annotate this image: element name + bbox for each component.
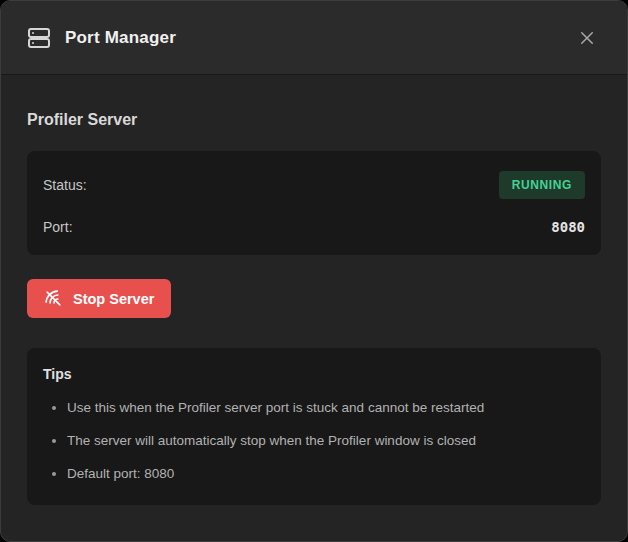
tip-item: The server will automatically stop when …: [67, 431, 585, 450]
titlebar: Port Manager: [1, 1, 627, 75]
stop-server-button[interactable]: Stop Server: [27, 279, 171, 318]
tips-panel: Tips Use this when the Profiler server p…: [27, 348, 601, 505]
section-heading: Profiler Server: [27, 111, 601, 129]
status-badge: RUNNING: [499, 171, 585, 199]
tips-list: Use this when the Profiler server port i…: [43, 398, 585, 483]
status-label: Status:: [43, 177, 87, 193]
port-manager-dialog: Port Manager Profiler Server Status: RUN…: [0, 0, 628, 542]
port-value: 8080: [551, 219, 585, 235]
dialog-body: Profiler Server Status: RUNNING Port: 80…: [1, 111, 627, 505]
server-icon: [27, 26, 51, 50]
port-row: Port: 8080: [43, 219, 585, 235]
close-button[interactable]: [573, 24, 601, 52]
tip-item: Use this when the Profiler server port i…: [67, 398, 585, 417]
tip-item: Default port: 8080: [67, 464, 585, 483]
wifi-off-icon: [44, 289, 63, 308]
close-icon: [578, 29, 596, 47]
status-panel: Status: RUNNING Port: 8080: [27, 151, 601, 255]
port-label: Port:: [43, 219, 73, 235]
dialog-title: Port Manager: [65, 28, 573, 48]
stop-server-label: Stop Server: [73, 291, 154, 307]
status-row: Status: RUNNING: [43, 171, 585, 199]
tips-heading: Tips: [43, 366, 585, 382]
